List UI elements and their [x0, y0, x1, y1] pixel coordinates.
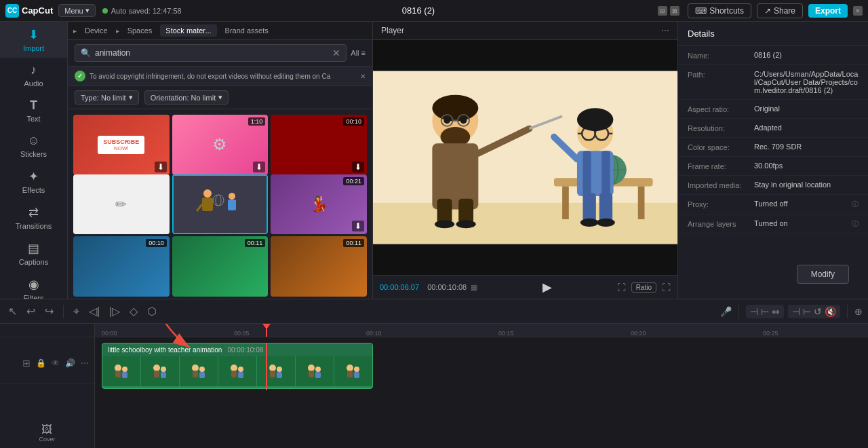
fullscreen-crop-icon[interactable]: ⛶	[617, 282, 626, 293]
orientation-filter-dropdown[interactable]: Orientation: No limit ▾	[144, 90, 229, 105]
nav-item-brand[interactable]: Brand assets	[220, 24, 274, 37]
window-minimize-button[interactable]: ⊟	[658, 6, 667, 16]
toolbar-separator	[63, 305, 64, 318]
svg-point-50	[153, 365, 160, 371]
snap-right-icon[interactable]: ⊢	[761, 306, 769, 317]
zoom-circle-icon[interactable]: ⊕	[854, 306, 863, 317]
menu-button[interactable]: Menu ▾	[58, 4, 96, 17]
details-proxy-info-icon[interactable]: ⓘ	[852, 200, 859, 209]
mask-tool-button[interactable]: ⬡	[144, 303, 159, 319]
svg-rect-51	[154, 371, 159, 377]
stickers-icon: ☺	[27, 134, 39, 148]
autosave-status: Auto saved: 12:47:58	[102, 7, 182, 15]
lock-icon[interactable]: 🔒	[36, 358, 46, 368]
svg-point-70	[347, 365, 353, 371]
video-clip[interactable]: little schoolboy with teacher animation …	[102, 343, 373, 389]
svg-rect-55	[193, 371, 198, 377]
media-item[interactable]: 00:11	[271, 236, 367, 297]
search-clear-button[interactable]: ✕	[332, 48, 340, 58]
trim-left-button[interactable]: ◁|	[86, 303, 102, 319]
media-item[interactable]: 00:10	[73, 236, 170, 297]
snap-left-icon[interactable]: ⊣	[750, 306, 758, 317]
media-item[interactable]: 💃 00:21 ⬇	[271, 174, 367, 235]
type-filter-dropdown[interactable]: Type: No limit ▾	[75, 90, 139, 105]
svg-rect-49	[122, 372, 127, 378]
filter-all-button[interactable]: All ≡	[351, 49, 366, 57]
tool-audio[interactable]: ♪ Audio	[0, 58, 67, 93]
copyright-close-button[interactable]: ✕	[360, 73, 366, 80]
keyframe-button[interactable]: ◇	[127, 303, 140, 319]
more-options-icon[interactable]: ⋯	[81, 358, 89, 368]
window-maximize-button[interactable]: ⊠	[670, 6, 679, 16]
details-path-value: C:/Users/Usman/AppData/Local/CapCut/User…	[754, 70, 859, 94]
tool-transitions[interactable]: ⇄ Transitions	[0, 200, 67, 236]
toolbar-separator-2	[738, 305, 739, 318]
details-importedmedia-label: Imported media:	[688, 181, 749, 189]
fullscreen-icon[interactable]: ⛶	[662, 282, 671, 293]
undo-button[interactable]: ↩	[24, 303, 38, 319]
search-input[interactable]	[95, 48, 328, 58]
svg-point-5	[213, 195, 224, 206]
tool-text[interactable]: T Text	[0, 93, 67, 128]
playhead[interactable]	[266, 324, 267, 337]
svg-point-22	[435, 220, 454, 228]
tool-captions[interactable]: ▤ Captions	[0, 236, 67, 272]
select-tool-button[interactable]: ↖	[5, 303, 20, 319]
search-bar: 🔍 ✕ All ≡	[68, 40, 372, 67]
modify-button[interactable]: Modify	[797, 265, 849, 284]
media-item[interactable]: SUBSCRIBE NOW! ⬇	[73, 115, 170, 175]
tool-effects[interactable]: ✦ Effects	[0, 164, 67, 200]
add-media-icon[interactable]: ⊞	[22, 358, 31, 369]
split-button[interactable]: ⌖	[71, 304, 82, 319]
player-options-icon[interactable]: ⋯	[661, 26, 669, 35]
download-icon: ⬇	[352, 221, 364, 231]
media-item-selected[interactable]	[172, 174, 269, 235]
media-item[interactable]: 00:11	[172, 236, 269, 297]
tool-stickers[interactable]: ☺ Stickers	[0, 128, 67, 164]
window-close-button[interactable]: ✕	[853, 6, 863, 16]
ratio-button[interactable]: Ratio	[631, 282, 656, 293]
media-item[interactable]: 00:10 ⬇	[271, 115, 367, 175]
svg-point-0	[203, 189, 212, 198]
volume-icon[interactable]: 🔊	[65, 358, 75, 368]
nav-item-stock[interactable]: Stock mater...	[160, 24, 216, 37]
media-item[interactable]: ✏	[73, 174, 170, 235]
align-right-icon[interactable]: ⊢	[803, 306, 811, 317]
ruler-mark-5: 00:05	[234, 330, 250, 337]
cover-button[interactable]: 🖼 Cover	[36, 421, 58, 445]
media-item[interactable]: ⚙ 1:10 ⬇	[172, 115, 269, 175]
align-left-icon[interactable]: ⊣	[792, 306, 800, 317]
svg-rect-53	[161, 372, 166, 378]
topbar: CC CapCut Menu ▾ Auto saved: 12:47:58 08…	[0, 0, 868, 22]
details-arrangelayers-info-icon[interactable]: ⓘ	[852, 219, 859, 229]
play-button[interactable]: ▶	[542, 280, 552, 295]
playhead-track-line	[266, 343, 267, 390]
app-name: CapCut	[22, 5, 53, 16]
tool-filters[interactable]: ◉ Filters	[0, 272, 67, 299]
nav-item-device[interactable]: Device	[79, 24, 113, 37]
details-aspectratio-label: Aspect ratio:	[688, 105, 749, 113]
svg-rect-4	[228, 200, 236, 210]
tracks-area: little schoolboy with teacher animation …	[95, 337, 868, 398]
eye-icon[interactable]: 👁	[52, 358, 60, 368]
trim-right-button[interactable]: |▷	[106, 303, 123, 319]
svg-point-72	[354, 367, 359, 372]
svg-point-52	[161, 367, 166, 372]
shortcuts-button[interactable]: ⌨ Shortcuts	[688, 3, 751, 18]
mute-icon[interactable]: 🔇	[825, 306, 836, 317]
ruler-mark-25: 00:25	[763, 330, 778, 337]
mic-icon[interactable]: 🎤	[720, 306, 732, 317]
nav-item-spaces[interactable]: Spaces	[122, 24, 158, 37]
keyboard-icon: ⌨	[695, 6, 707, 16]
tool-import[interactable]: ⬇ Import	[0, 22, 67, 58]
player-header: Player ⋯	[373, 22, 677, 40]
filter-all-icon: ≡	[361, 49, 366, 57]
redo-button[interactable]: ↪	[42, 303, 56, 319]
snap-both-icon[interactable]: ⇔	[772, 306, 780, 317]
export-button[interactable]: Export	[808, 4, 848, 18]
svg-rect-25	[562, 186, 569, 219]
app-logo-icon: CC	[5, 4, 19, 18]
share-button[interactable]: ↗ Share	[757, 3, 803, 18]
details-name-label: Name:	[688, 51, 749, 60]
loop-icon[interactable]: ↺	[814, 306, 822, 317]
